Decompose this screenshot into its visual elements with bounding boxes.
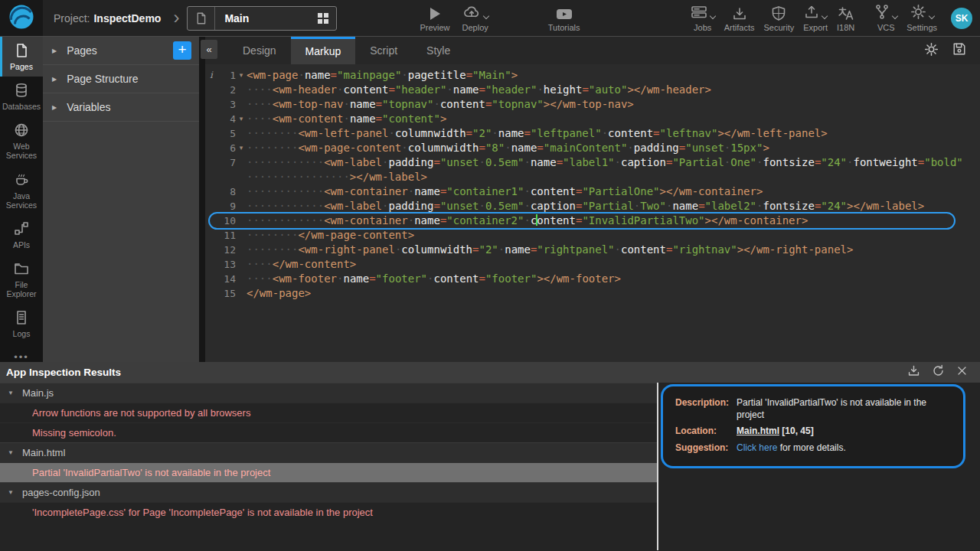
code-line-3[interactable]: 3····<wm-top-nav·name="topnav"·content="… [205, 97, 980, 112]
panel-editor-divider[interactable] [199, 37, 205, 362]
sidebar-item-file-explorer[interactable]: File Explorer [0, 255, 43, 304]
code-line-15[interactable]: 15</wm-page> [205, 286, 980, 301]
tab-style[interactable]: Style [412, 37, 465, 64]
artifacts-button[interactable]: Artifacts [724, 5, 755, 32]
collapse-panel-button[interactable]: « [201, 40, 217, 59]
refresh-icon[interactable] [932, 364, 945, 380]
fold-arrow-icon[interactable]: ▾ [236, 112, 247, 126]
download-tray-icon [732, 5, 747, 21]
fold-arrow-icon[interactable]: ▾ [236, 141, 247, 155]
triangle-right-icon: ▶ [52, 76, 57, 83]
shield-icon [771, 5, 786, 21]
sidebar-item-java-services[interactable]: Java Services [0, 165, 43, 214]
code-line-wrap[interactable]: ················></wm-label> [205, 170, 980, 184]
jobs-button[interactable]: Jobs [691, 5, 715, 32]
code-line-14[interactable]: 14····<wm-footer·name="footer"·content="… [205, 272, 980, 286]
security-button[interactable]: Security [763, 5, 794, 32]
location-position: [10, 45] [782, 425, 813, 436]
wavemaker-logo-icon [8, 4, 34, 33]
triangle-right-icon: ▶ [52, 47, 57, 54]
click-here-link[interactable]: Click here [737, 442, 777, 453]
panel-section-pages[interactable]: ▶ Pages + [43, 37, 199, 65]
code-line-4[interactable]: 4▾····<wm-content·name="content"> [205, 112, 980, 126]
code-line-5[interactable]: 5········<wm-left-panel·columnwidth="2"·… [205, 126, 980, 141]
database-icon [14, 83, 29, 99]
breadcrumb-chevron-icon: › [173, 7, 179, 28]
gear-icon [910, 4, 926, 21]
settings-button[interactable]: Settings [906, 5, 937, 32]
inspection-issue[interactable]: Missing semicolon. [0, 422, 657, 442]
location-file-link[interactable]: Main.html [737, 425, 779, 436]
page-grid-icon[interactable] [317, 12, 336, 24]
sidebar-item-databases[interactable]: Databases [0, 77, 43, 116]
markup-code-editor[interactable]: i1▾<wm-page·name="mainpage"·pagetitle="M… [205, 64, 980, 362]
code-line-2[interactable]: 2····<wm-header·content="header"·name="h… [205, 83, 980, 97]
code-line-11[interactable]: 11········</wm-page-content> [205, 228, 980, 243]
tab-script[interactable]: Script [355, 37, 412, 64]
panel-section-variables[interactable]: ▶ Variables [43, 93, 199, 122]
inspection-issue[interactable]: Partial 'InvalidPartialTwo' is not avail… [0, 462, 657, 482]
inspection-issue[interactable]: 'IncompletePage.css' for Page 'Incomplet… [0, 502, 657, 522]
chevron-down-icon [482, 12, 488, 18]
line-number: 10 [217, 214, 236, 228]
sidebar-item-logs[interactable]: Logs [0, 304, 43, 344]
export-button[interactable]: Export [803, 5, 828, 32]
editor-settings-gear-icon[interactable] [924, 42, 939, 60]
topbar-right-actions: Jobs Artifacts Security [691, 5, 980, 32]
deploy-button[interactable]: Deploy [462, 5, 488, 32]
code-line-12[interactable]: 12········<wm-right-panel·columnwidth="2… [205, 243, 980, 257]
top-bar: Project:InspectDemo › Main Preview [0, 0, 980, 37]
vcs-button[interactable]: VCS [874, 5, 897, 32]
sidebar-more-icon[interactable]: ••• [0, 351, 43, 363]
code-line-6[interactable]: 6▾········<wm-page-content·columnwidth="… [205, 141, 980, 155]
preview-button[interactable]: Preview [420, 5, 449, 32]
location-value: Main.html [10, 45] [737, 425, 814, 437]
suggestion-value: Click here for more details. [737, 442, 846, 454]
project-name: Project:InspectDemo [54, 12, 161, 24]
line-number: 11 [217, 228, 236, 243]
user-avatar[interactable]: SK [951, 8, 972, 29]
inspection-detail-pane: Description: Partial 'InvalidPartialTwo'… [658, 383, 980, 550]
app-logo[interactable] [0, 0, 43, 36]
code-line-8[interactable]: 8············<wm-container·name="contain… [205, 184, 980, 199]
sidebar-item-web-services[interactable]: Web Services [0, 116, 43, 165]
page-selector[interactable]: Main [187, 6, 337, 31]
line-number: 15 [217, 286, 236, 301]
code-line-10[interactable]: 10············<wm-container·name="contai… [205, 214, 980, 228]
issue-detail-popup: Description: Partial 'InvalidPartialTwo'… [661, 384, 965, 468]
tab-design[interactable]: Design [228, 37, 291, 64]
description-value: Partial 'InvalidPartialTwo' is not avail… [737, 396, 951, 421]
location-label: Location: [675, 425, 737, 437]
code-line-13[interactable]: 13····</wm-content> [205, 257, 980, 272]
logs-icon [14, 310, 29, 327]
description-label: Description: [675, 396, 737, 421]
sidebar-item-apis[interactable]: APIs [0, 215, 43, 255]
chevron-down-icon [892, 12, 898, 18]
save-icon[interactable] [952, 42, 966, 59]
line-number: 12 [217, 243, 236, 257]
code-line-7[interactable]: 7············<wm-label·padding="unset·0.… [205, 155, 980, 170]
jobs-icon [691, 5, 707, 21]
line-number: 4 [217, 112, 236, 126]
i18n-button[interactable]: I18N [837, 5, 854, 32]
inspection-group-Main.js[interactable]: ▼Main.js [0, 383, 657, 403]
inspection-group-Main.html[interactable]: ▼Main.html [0, 442, 657, 462]
tutorials-button[interactable]: Tutorials [548, 5, 580, 32]
code-line-1[interactable]: i1▾<wm-page·name="mainpage"·pagetitle="M… [205, 68, 980, 83]
page-selector-value: Main [215, 12, 317, 24]
close-panel-icon[interactable] [956, 365, 968, 380]
editor-area: « Design Markup Script Style i1▾<wm-page… [205, 37, 980, 362]
panel-section-page-structure[interactable]: ▶ Page Structure [43, 65, 199, 93]
inspection-header: App Inspection Results [0, 362, 980, 383]
tab-markup[interactable]: Markup [291, 37, 356, 64]
inspection-group-pages-config.json[interactable]: ▼pages-config.json [0, 482, 657, 502]
sidebar-item-pages[interactable]: Pages [0, 37, 43, 77]
fold-arrow-icon[interactable]: ▾ [236, 68, 247, 83]
inspection-issue[interactable]: Arrow functions are not supported by all… [0, 403, 657, 422]
triangle-down-icon: ▼ [8, 489, 14, 496]
export-icon [804, 5, 819, 21]
download-results-icon[interactable] [907, 364, 920, 380]
add-page-button[interactable]: + [173, 41, 191, 60]
code-line-9[interactable]: 9············<wm-label·padding="unset·0.… [205, 199, 980, 214]
triangle-down-icon: ▼ [8, 390, 14, 396]
